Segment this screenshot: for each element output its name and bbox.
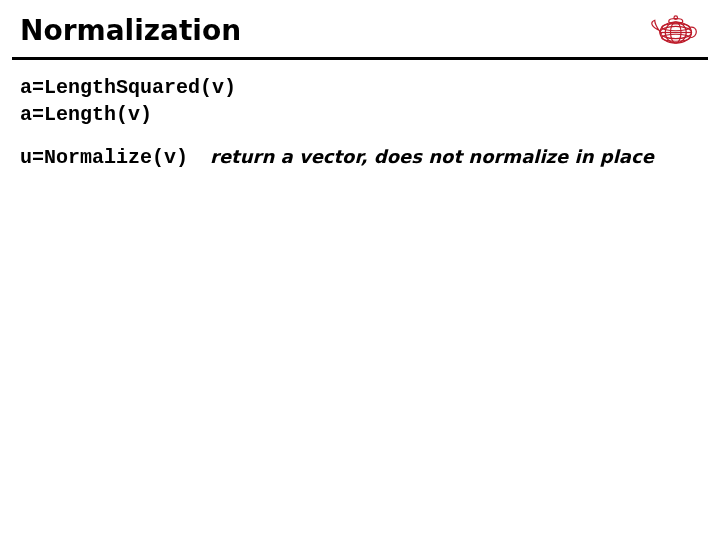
slide-title: Normalization — [20, 14, 700, 47]
code-line-length: a=Length(v) — [20, 101, 700, 128]
code-line-length-squared: a=LengthSquared(v) — [20, 74, 700, 101]
slide-header: Normalization — [0, 0, 720, 53]
slide: Normalization — [0, 0, 720, 540]
normalize-row: u=Normalize(v) return a vector, does not… — [20, 144, 700, 171]
svg-point-8 — [674, 16, 678, 20]
teapot-icon — [646, 8, 702, 50]
slide-body: a=LengthSquared(v) a=Length(v) u=Normali… — [0, 60, 720, 171]
code-line-normalize: u=Normalize(v) — [20, 144, 188, 171]
normalize-note: return a vector, does not normalize in p… — [210, 146, 654, 167]
